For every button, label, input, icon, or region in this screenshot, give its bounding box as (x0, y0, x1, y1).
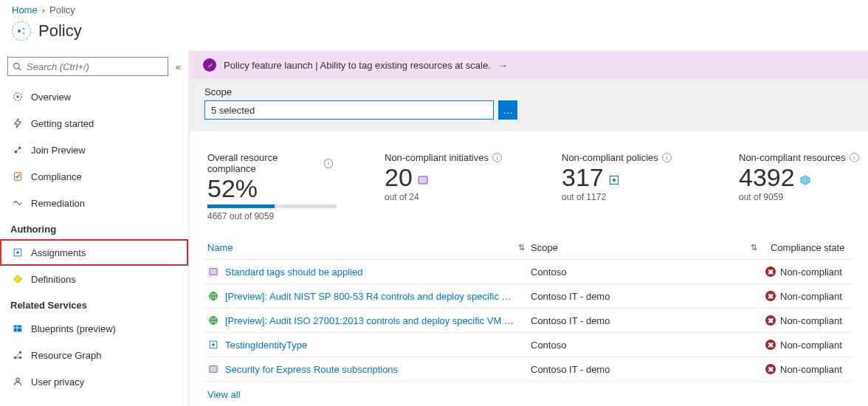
stat-label: Non-compliant resources (739, 152, 846, 163)
sort-icon[interactable]: ⇅ (751, 243, 757, 252)
table-row[interactable]: Security for Express Route subscriptions… (204, 357, 853, 382)
section-related: Related Services (0, 292, 188, 315)
row-name-link[interactable]: Security for Express Route subscriptions (225, 364, 398, 375)
compliance-progress-bar (207, 204, 337, 208)
remediation-icon (12, 197, 24, 209)
svg-point-2 (23, 32, 25, 35)
arrow-right-icon: → (498, 60, 508, 71)
sidebar-item-label: Compliance (31, 171, 82, 182)
policy-icon (608, 174, 620, 186)
view-all-link[interactable]: View all (207, 389, 241, 400)
breadcrumb: Home › Policy (0, 0, 868, 18)
sidebar-item-assignments[interactable]: Assignments (0, 239, 188, 266)
stat-noncompliant-policies: Non-compliant policies i 317 out of 1172 (562, 152, 687, 221)
sidebar-item-user-privacy[interactable]: User privacy (0, 368, 188, 395)
search-input[interactable] (27, 61, 163, 72)
svg-rect-13 (14, 326, 22, 332)
svg-point-18 (19, 357, 22, 359)
assignments-icon (12, 247, 24, 258)
info-icon[interactable]: i (324, 159, 333, 168)
overview-icon (12, 91, 24, 103)
stat-label: Non-compliant policies (562, 152, 658, 163)
sidebar-item-getting-started[interactable]: Getting started (0, 110, 188, 137)
sidebar-item-definitions[interactable]: Definitions (0, 266, 188, 292)
scope-picker-button[interactable]: … (498, 100, 517, 120)
noncompliant-icon: ✖ (765, 291, 776, 301)
table-row[interactable]: TestingIdentityTypeContoso✖Non-compliant (204, 333, 853, 357)
sidebar-item-label: Blueprints (preview) (31, 323, 116, 334)
stat-noncompliant-resources: Non-compliant resources i 4392 out of 90… (739, 152, 864, 221)
scope-input[interactable] (204, 100, 494, 120)
definitions-icon (12, 273, 24, 285)
policy-logo-icon (12, 21, 31, 41)
sidebar-item-resource-graph[interactable]: Resource Graph (0, 342, 188, 368)
svg-rect-30 (210, 366, 218, 373)
stat-sub: 4667 out of 9059 (207, 211, 337, 221)
stat-sub: out of 24 (385, 192, 510, 202)
compliance-table: Name ⇅ Scope ⇅ Compliance state Standard… (190, 236, 868, 406)
initiative-icon (417, 174, 429, 186)
stat-label: Non-compliant initiatives (385, 152, 489, 163)
content: Policy feature launch | Ability to tag e… (189, 51, 868, 406)
info-icon[interactable]: i (492, 153, 502, 162)
noncompliant-icon: ✖ (765, 266, 776, 277)
graph-icon (12, 349, 24, 361)
stat-sub: out of 9059 (739, 192, 864, 202)
chevron-right-icon: › (42, 4, 45, 16)
feature-banner[interactable]: Policy feature launch | Ability to tag e… (190, 51, 868, 79)
initiative-purple-icon (207, 363, 219, 375)
row-state: Non-compliant (780, 340, 842, 351)
globe-green-icon (207, 290, 219, 302)
sidebar-item-label: Resource Graph (31, 350, 101, 361)
search-box[interactable] (7, 57, 168, 76)
sidebar-item-join-preview[interactable]: Join Preview (0, 137, 188, 163)
page-title-row: Policy (0, 18, 868, 51)
col-state-header[interactable]: Compliance state (771, 242, 844, 253)
svg-point-1 (23, 28, 25, 30)
sidebar-item-compliance[interactable]: Compliance (0, 163, 188, 190)
initiative-purple-icon (207, 266, 219, 278)
info-icon[interactable]: i (662, 153, 672, 162)
sidebar-item-label: Getting started (31, 118, 94, 129)
banner-text: Policy feature launch | Ability to tag e… (224, 60, 491, 71)
row-name-link[interactable]: TestingIdentityType (225, 340, 307, 351)
table-row[interactable]: [Preview]: Audit ISO 27001:2013 controls… (204, 309, 853, 333)
svg-point-0 (18, 30, 21, 32)
scope-bar: Scope … (190, 79, 868, 131)
bolt-icon (12, 117, 24, 129)
sort-icon[interactable]: ⇅ (518, 243, 525, 252)
svg-point-3 (14, 63, 19, 68)
row-name-link[interactable]: Standard tags should be applied (225, 266, 362, 278)
sidebar-item-label: Overview (31, 92, 71, 103)
stat-value: 317 (562, 163, 604, 192)
svg-rect-22 (418, 176, 427, 184)
rocket-icon (203, 58, 216, 72)
sidebar-item-blueprints-preview-[interactable]: Blueprints (preview) (0, 315, 188, 342)
sidebar-item-overview[interactable]: Overview (0, 83, 188, 110)
table-row[interactable]: [Preview]: Audit NIST SP 800-53 R4 contr… (204, 284, 853, 309)
breadcrumb-home[interactable]: Home (12, 4, 38, 16)
resource-cube-icon (799, 174, 811, 186)
svg-rect-25 (210, 269, 218, 275)
row-scope: Contoso IT - demo (531, 315, 760, 326)
policy-blue-icon (207, 339, 219, 351)
scope-label: Scope (204, 86, 853, 100)
sidebar: « OverviewGetting startedJoin PreviewCom… (0, 51, 189, 406)
svg-point-29 (212, 343, 215, 346)
row-name-link[interactable]: [Preview]: Audit ISO 27001:2013 controls… (225, 315, 517, 326)
collapse-sidebar-button[interactable]: « (174, 60, 182, 74)
svg-point-24 (613, 179, 616, 182)
row-name-link[interactable]: [Preview]: Audit NIST SP 800-53 R4 contr… (225, 291, 517, 302)
table-row[interactable]: Standard tags should be appliedContoso✖N… (204, 260, 853, 284)
search-icon (13, 62, 22, 72)
stat-sub: out of 1172 (562, 192, 687, 202)
sidebar-item-remediation[interactable]: Remediation (0, 190, 188, 216)
col-name-header[interactable]: Name (207, 242, 233, 253)
col-scope-header[interactable]: Scope (531, 242, 558, 253)
row-state: Non-compliant (780, 266, 842, 278)
sidebar-item-label: Remediation (31, 198, 85, 209)
info-icon[interactable]: i (850, 153, 859, 162)
sidebar-item-label: Assignments (31, 247, 86, 258)
stat-noncompliant-initiatives: Non-compliant initiatives i 20 out of 24 (385, 152, 510, 221)
noncompliant-icon: ✖ (765, 340, 776, 350)
